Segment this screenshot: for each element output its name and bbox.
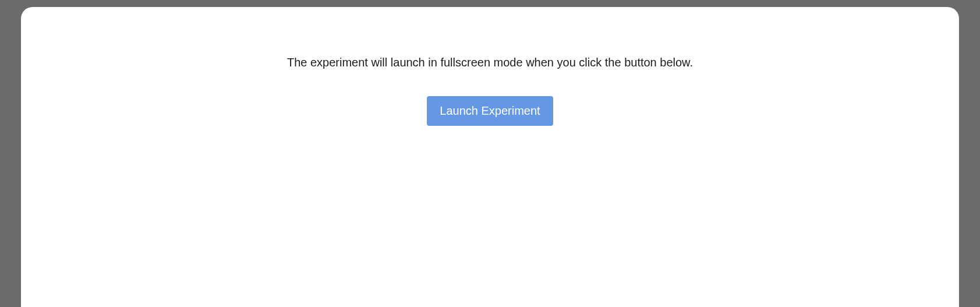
instruction-text: The experiment will launch in fullscreen…: [21, 56, 959, 69]
launch-experiment-button[interactable]: Launch Experiment: [427, 96, 553, 126]
experiment-card: The experiment will launch in fullscreen…: [21, 7, 959, 307]
